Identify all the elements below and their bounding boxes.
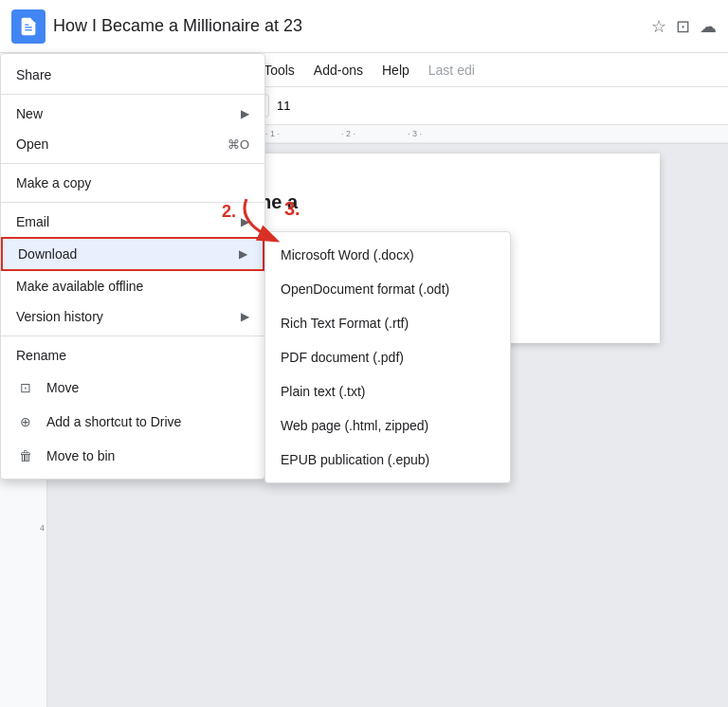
menu-add-shortcut[interactable]: ⊕ Add a shortcut to Drive xyxy=(1,405,264,439)
make-copy-label: Make a copy xyxy=(16,175,91,190)
email-label: Email xyxy=(16,214,49,229)
document-title: How I Became a Millionaire at 23 xyxy=(53,16,644,36)
cloud-sync-icon[interactable]: ☁ xyxy=(700,16,717,37)
share-label: Share xyxy=(16,67,51,82)
menu-item-help[interactable]: Help xyxy=(373,59,419,82)
offline-label: Make available offline xyxy=(16,279,143,294)
star-icon[interactable]: ☆ xyxy=(651,16,666,37)
move-icon: ⊡ xyxy=(16,378,35,397)
file-menu: 1. Share New ▶ Open ⌘O Make a copy 2. Em… xyxy=(0,53,265,480)
menu-move-to-bin[interactable]: 🗑 Move to bin xyxy=(1,439,264,473)
title-icons: ☆ ⊡ ☁ xyxy=(651,16,717,37)
menu-move[interactable]: ⊡ Move xyxy=(1,371,264,405)
version-history-label: Version history xyxy=(16,309,103,324)
menu-new[interactable]: New ▶ xyxy=(1,99,264,129)
menu-item-last-edit: Last edi xyxy=(419,59,484,82)
add-shortcut-label: Add a shortcut to Drive xyxy=(46,414,181,429)
new-arrow: ▶ xyxy=(241,107,249,120)
top-bar: How I Became a Millionaire at 23 ☆ ⊡ ☁ xyxy=(0,0,728,53)
download-label: Download xyxy=(18,246,77,262)
move-label: Move xyxy=(46,380,79,395)
version-history-arrow: ▶ xyxy=(241,310,249,323)
dropdown-overlay: 1. Share New ▶ Open ⌘O Make a copy 2. Em… xyxy=(0,53,265,480)
move-to-folder-icon[interactable]: ⊡ xyxy=(676,16,690,37)
separator-4 xyxy=(1,335,264,336)
open-shortcut: ⌘O xyxy=(228,137,249,152)
menu-download[interactable]: Download ▶ 3. Microsoft Word (.d xyxy=(1,237,264,271)
download-submenu: 3. Microsoft Word (.docx) OpenDocument f… xyxy=(264,231,511,483)
download-epub[interactable]: EPUB publication (.epub) xyxy=(265,443,510,477)
move-to-bin-label: Move to bin xyxy=(46,448,115,463)
menu-offline[interactable]: Make available offline xyxy=(1,271,264,301)
arrow-annotation xyxy=(228,194,303,246)
bin-icon: 🗑 xyxy=(16,446,35,465)
download-arrow: ▶ xyxy=(239,247,247,261)
download-odt[interactable]: OpenDocument format (.odt) xyxy=(265,272,510,306)
svg-text:· 1 ·: · 1 · xyxy=(265,129,280,138)
separator-1 xyxy=(1,94,264,95)
menu-version-history[interactable]: Version history ▶ xyxy=(1,301,264,332)
open-label: Open xyxy=(16,136,48,152)
menu-share[interactable]: Share xyxy=(1,60,264,90)
download-rtf[interactable]: Rich Text Format (.rtf) xyxy=(265,306,510,340)
new-label: New xyxy=(16,106,43,121)
shortcut-icon: ⊕ xyxy=(16,412,35,431)
download-pdf[interactable]: PDF document (.pdf) xyxy=(265,340,510,374)
separator-2 xyxy=(1,163,264,164)
ruler-mark-m4: 4 xyxy=(40,523,46,580)
download-html[interactable]: Web page (.html, zipped) xyxy=(265,408,510,443)
docs-logo xyxy=(11,9,46,44)
menu-open[interactable]: Open ⌘O xyxy=(1,129,264,159)
menu-email[interactable]: 2. Email ▶ xyxy=(1,207,264,237)
download-txt[interactable]: Plain text (.txt) xyxy=(265,374,510,408)
svg-text:· 2 ·: · 2 · xyxy=(341,129,355,138)
font-size-value: 11 xyxy=(273,99,294,113)
menu-rename[interactable]: Rename xyxy=(1,340,264,371)
svg-text:· 3 ·: · 3 · xyxy=(408,129,422,138)
menu-item-addons[interactable]: Add-ons xyxy=(304,59,373,82)
menu-make-copy[interactable]: Make a copy xyxy=(1,168,264,198)
rename-label: Rename xyxy=(16,348,66,363)
